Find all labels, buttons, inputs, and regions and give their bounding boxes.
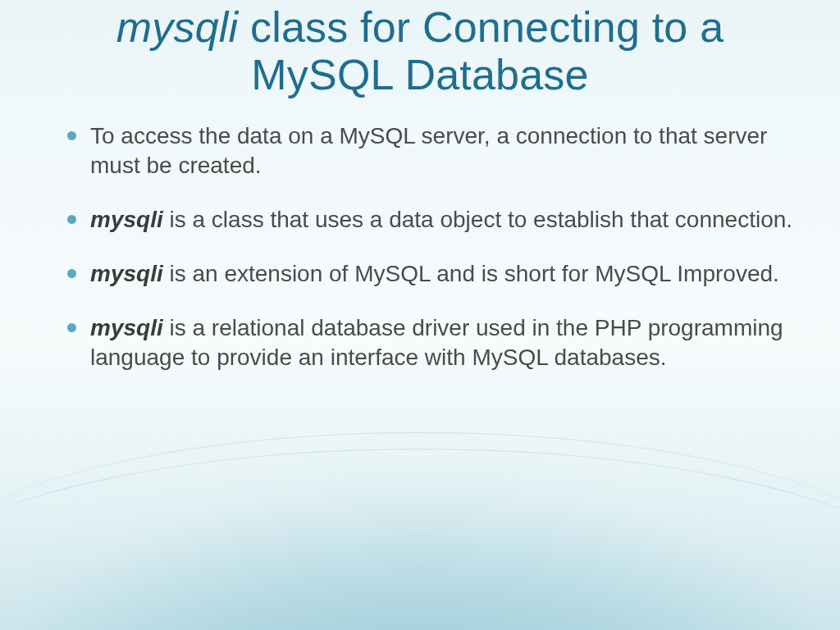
bullet-text: is a class that uses a data object to es… xyxy=(163,207,792,232)
bullet-text: is a relational database driver used in … xyxy=(90,315,783,370)
slide: mysqli class for Connecting to a MySQL D… xyxy=(0,0,840,630)
bullet-keyword: mysqli xyxy=(90,207,163,232)
bullet-list: To access the data on a MySQL server, a … xyxy=(46,121,794,372)
list-item: mysqli is a class that uses a data objec… xyxy=(67,205,794,235)
slide-title: mysqli class for Connecting to a MySQL D… xyxy=(46,0,794,98)
list-item: mysqli is an extension of MySQL and is s… xyxy=(67,259,794,289)
bullet-keyword: mysqli xyxy=(90,315,163,340)
bullet-text: To access the data on a MySQL server, a … xyxy=(90,123,767,178)
bullet-keyword: mysqli xyxy=(90,261,163,286)
bullet-text: is an extension of MySQL and is short fo… xyxy=(163,261,779,286)
title-rest: class for Connecting to a MySQL Database xyxy=(238,3,724,98)
title-italic: mysqli xyxy=(116,3,239,51)
list-item: To access the data on a MySQL server, a … xyxy=(67,121,794,180)
list-item: mysqli is a relational database driver u… xyxy=(67,313,794,372)
